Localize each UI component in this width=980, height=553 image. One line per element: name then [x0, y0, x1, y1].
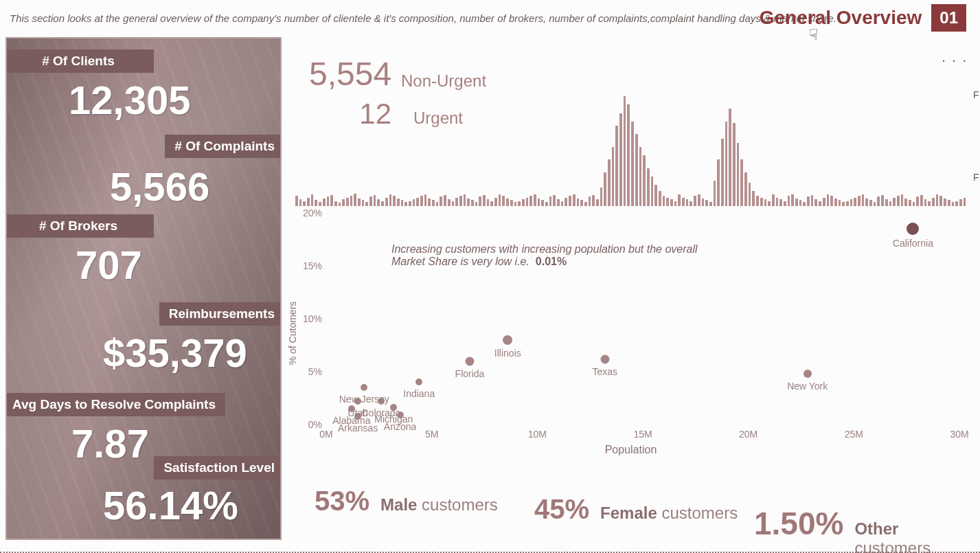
scatter-point-label: Illinois: [494, 348, 521, 359]
histogram-bar: [635, 134, 638, 206]
histogram-bar: [342, 199, 345, 206]
histogram-bar: [490, 201, 493, 206]
histogram-bar: [365, 202, 368, 206]
scatter-point[interactable]: [465, 357, 474, 365]
histogram-bar: [749, 183, 751, 206]
histogram-bar: [526, 198, 529, 206]
histogram-bar: [413, 199, 415, 206]
page-title[interactable]: General Overview: [760, 7, 922, 29]
histogram-bar: [702, 199, 705, 206]
scatter-point[interactable]: [907, 223, 919, 235]
histogram-bar: [401, 200, 404, 206]
main-area: 5,554 Non-Urgent 12 Urgent % of Cutomers…: [295, 55, 966, 546]
scatter-point[interactable]: [503, 335, 512, 345]
other-pct: 1.50%: [754, 505, 843, 542]
histogram-bar: [909, 200, 911, 206]
histogram-bar: [569, 196, 571, 206]
histogram-bar: [522, 199, 525, 206]
histogram-bar: [323, 199, 326, 206]
histogram-bar: [428, 199, 431, 206]
histogram-bar: [760, 198, 763, 206]
scatter-point[interactable]: [397, 411, 404, 418]
histogram-bar: [803, 202, 806, 206]
histogram-bar: [420, 196, 423, 206]
histogram-bar: [764, 199, 767, 206]
histogram-bar: [752, 191, 755, 206]
histogram-bar: [948, 200, 950, 206]
histogram-bar: [483, 195, 486, 206]
histogram-bar: [811, 195, 814, 206]
histogram-bar: [339, 203, 341, 206]
histogram-bar: [354, 194, 356, 206]
scatter-point-label: Indiana: [403, 388, 435, 399]
histogram-bar: [577, 199, 580, 206]
scatter-point-label: Florida: [455, 368, 485, 379]
histogram-bar: [827, 194, 830, 206]
ytick: 20%: [300, 207, 322, 218]
histogram-bar: [784, 201, 786, 206]
complaints-histogram[interactable]: [295, 96, 966, 206]
histogram-bar: [939, 196, 942, 206]
gender-row: 53% Male customers 45% Female customers …: [315, 486, 966, 534]
other-block: 1.50% Other customers: [754, 505, 966, 553]
histogram-bar: [479, 196, 481, 206]
xtick: 5M: [425, 429, 438, 440]
filter-stub-2[interactable]: F: [973, 172, 980, 183]
filter-stub-1[interactable]: F: [973, 89, 980, 100]
histogram-bar: [362, 200, 365, 206]
histogram-bar: [510, 200, 513, 206]
histogram-bar: [686, 199, 689, 206]
histogram-bar: [721, 139, 724, 206]
kpi-satisfaction-value: 56.14%: [103, 482, 238, 528]
female-pct: 45%: [534, 494, 589, 525]
scatter-point[interactable]: [600, 354, 609, 363]
histogram-bar: [772, 194, 775, 206]
histogram-bar: [452, 201, 455, 206]
histogram-bar: [881, 195, 884, 206]
histogram-bar: [416, 198, 419, 206]
histogram-bar: [862, 194, 865, 206]
histogram-bar: [705, 200, 708, 206]
kpi-clients-value: 12,305: [69, 77, 190, 123]
histogram-bar: [659, 191, 661, 206]
scatter-point[interactable]: [390, 404, 397, 411]
nonurgent-label: Non-Urgent: [401, 71, 486, 91]
male-label: Male customers: [380, 495, 498, 515]
male-block: 53% Male customers: [315, 486, 498, 517]
xtick: 30M: [950, 429, 968, 440]
histogram-bar: [893, 198, 896, 206]
histogram-bar: [690, 201, 692, 206]
histogram-bar: [303, 201, 306, 206]
scatter-point-label: Arkansas: [338, 422, 378, 433]
histogram-bar: [631, 122, 634, 206]
histogram-bar: [663, 196, 665, 206]
xtick: 25M: [845, 429, 863, 440]
kpi-clients-label: # Of Clients: [5, 49, 154, 73]
kpi-complaints-value: 5,566: [110, 163, 209, 210]
kpi-brokers-value: 707: [76, 242, 142, 288]
histogram-bar: [529, 196, 532, 206]
scatter-point[interactable]: [415, 379, 422, 385]
histogram-bar: [487, 199, 490, 206]
histogram-bar: [944, 199, 946, 206]
histogram-bar: [319, 202, 321, 206]
histogram-bar: [584, 202, 587, 206]
histogram-bar: [869, 200, 872, 206]
histogram-bar: [952, 202, 955, 206]
histogram-bar: [561, 201, 564, 206]
scatter-point-label: Texas: [592, 366, 617, 377]
scatter-point[interactable]: [804, 370, 812, 378]
histogram-bar: [580, 200, 583, 206]
header-right: General Overview 01: [760, 4, 966, 32]
histogram-bar: [467, 199, 470, 206]
histogram-bar: [389, 194, 392, 206]
histogram-bar: [814, 199, 817, 206]
histogram-bar: [865, 199, 868, 206]
xtick: 10M: [528, 429, 547, 440]
histogram-bar: [604, 172, 606, 206]
histogram-bar: [464, 194, 466, 206]
scatter-point[interactable]: [361, 384, 367, 391]
kpi-avgdays-label: Avg Days to Resolve Complaints: [5, 393, 225, 416]
histogram-bar: [885, 199, 888, 206]
scatter-point-label: New York: [787, 381, 828, 392]
